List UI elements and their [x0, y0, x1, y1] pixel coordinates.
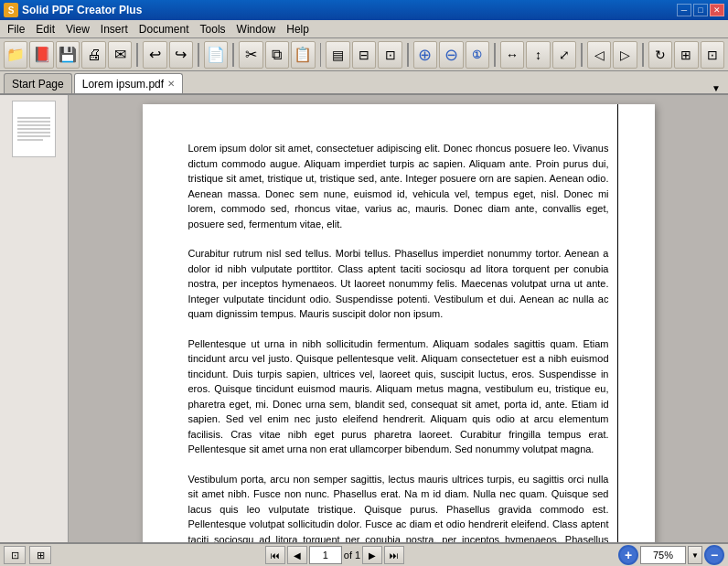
nav-prev-icon: ◁	[594, 48, 605, 62]
copy-button[interactable]	[265, 41, 289, 69]
save-button[interactable]	[56, 41, 80, 69]
menu-help[interactable]: Help	[281, 21, 315, 37]
rotate-icon: ↻	[655, 48, 666, 62]
sep7	[581, 43, 583, 67]
view-single-button[interactable]: ⊡	[4, 546, 26, 564]
email-icon	[114, 46, 126, 63]
zoom-in-button[interactable]: +	[618, 545, 638, 565]
pdf-button[interactable]	[204, 41, 228, 69]
fit-width-button[interactable]: ↔	[500, 41, 524, 69]
thumb-line	[17, 135, 50, 137]
menu-file[interactable]: File	[2, 21, 30, 37]
menu-edit[interactable]: Edit	[30, 21, 60, 37]
zoom-dropdown-button[interactable]: ▼	[688, 546, 702, 564]
fit-page-button[interactable]: ⤢	[552, 41, 576, 69]
nav-first-button[interactable]: ⏮	[265, 546, 285, 564]
fit-height-button[interactable]: ↕	[526, 41, 550, 69]
rotate-button[interactable]: ↻	[648, 41, 672, 69]
cols1-icon: ▤	[332, 48, 344, 62]
document-page: Lorem ipsum dolor sit amet, consectetuer…	[143, 104, 655, 542]
nav-last-button[interactable]: ⏭	[384, 546, 404, 564]
paragraph-2: Curabitur rutrum nisl sed tellus. Morbi …	[188, 246, 609, 322]
thumbnail-panel	[0, 95, 69, 542]
title-bar: S Solid PDF Creator Plus ─ □ ✕	[0, 0, 728, 20]
thumb-line	[17, 132, 50, 133]
tab-start-page[interactable]: Start Page	[4, 73, 72, 93]
zoomin-icon	[418, 45, 432, 65]
menu-tools[interactable]: Tools	[195, 21, 231, 37]
nav-next-button[interactable]: ▷	[613, 41, 637, 69]
fit-page-icon: ⤢	[559, 48, 570, 62]
sep3	[232, 43, 234, 67]
page-number-input[interactable]	[309, 546, 342, 564]
page-navigation: ⏮ ◀ of 1 ▶ ⏭	[55, 546, 615, 564]
page-thumbnail[interactable]	[12, 101, 56, 157]
fit-width-icon: ↔	[506, 48, 519, 62]
select-button[interactable]: ⊡	[701, 41, 724, 69]
zoom-input[interactable]	[640, 546, 686, 564]
grid-icon: ⊞	[680, 48, 691, 62]
save-icon	[59, 46, 77, 63]
menu-document[interactable]: Document	[134, 21, 195, 37]
menu-insert[interactable]: Insert	[95, 21, 134, 37]
cols2-button[interactable]: ⊟	[352, 41, 376, 69]
undo-icon	[149, 46, 161, 63]
thumb-line	[17, 121, 50, 123]
view-grid-button[interactable]: ⊞	[29, 546, 51, 564]
tab-dropdown-button[interactable]: ▼	[708, 83, 724, 93]
page-of-label: of 1	[344, 550, 360, 561]
undo-button[interactable]	[143, 41, 166, 69]
minimize-button[interactable]: ─	[677, 4, 691, 16]
tab-lorem-ipsum[interactable]: Lorem ipsum.pdf ✕	[74, 73, 183, 93]
paste-icon	[294, 46, 312, 63]
tab-close-button[interactable]: ✕	[167, 79, 175, 89]
zoomout-icon	[444, 45, 458, 65]
open-button[interactable]	[4, 41, 27, 69]
folder-icon	[6, 46, 25, 63]
new-pdf-button[interactable]	[29, 41, 53, 69]
thumb-line	[17, 124, 50, 126]
nav-next-button[interactable]: ▶	[362, 546, 382, 564]
menu-bar: File Edit View Insert Document Tools Win…	[0, 20, 728, 38]
close-button[interactable]: ✕	[710, 4, 724, 16]
fit-num-button[interactable]: ①	[466, 41, 489, 69]
thumb-line	[17, 128, 50, 130]
thumb-line	[17, 139, 43, 141]
menu-window[interactable]: Window	[231, 21, 282, 37]
email-button[interactable]	[108, 41, 132, 69]
pdf-icon	[207, 46, 225, 63]
document-area: Lorem ipsum dolor sit amet, consectetuer…	[69, 95, 728, 542]
zoomin-button[interactable]	[413, 41, 437, 69]
paste-button[interactable]	[291, 41, 315, 69]
redo-icon	[175, 46, 187, 63]
status-bar: ⊡ ⊞ ⏮ ◀ of 1 ▶ ⏭ + ▼ −	[0, 542, 728, 566]
view-single-icon: ⊡	[11, 550, 19, 561]
thumb-line	[17, 117, 50, 119]
cols3-button[interactable]: ⊡	[378, 41, 401, 69]
print-icon	[87, 47, 102, 63]
select-icon: ⊡	[707, 48, 718, 62]
cut-button[interactable]	[239, 41, 262, 69]
nav-prev-button[interactable]: ◀	[287, 546, 307, 564]
toolbar: ▤ ⊟ ⊡ ① ↔ ↕ ⤢ ◁ ▷ ↻ ⊞ ⊡	[0, 38, 728, 71]
cols2-icon: ⊟	[359, 48, 369, 62]
menu-view[interactable]: View	[60, 21, 95, 37]
fit-height-icon: ↕	[535, 48, 541, 62]
sep1	[136, 43, 138, 67]
paragraph-4: Vestibulum porta, arcu non semper sagitt…	[188, 472, 609, 543]
grid-button[interactable]: ⊞	[674, 41, 698, 69]
right-margin-line	[617, 104, 618, 542]
copy-icon	[272, 47, 282, 63]
sep6	[494, 43, 496, 67]
sep8	[642, 43, 644, 67]
paragraph-1: Lorem ipsum dolor sit amet, consectetuer…	[188, 141, 609, 231]
thumbnail-lines	[14, 112, 54, 146]
zoomout-button[interactable]	[439, 41, 463, 69]
redo-button[interactable]	[169, 41, 193, 69]
maximize-button[interactable]: □	[693, 4, 708, 16]
zoom-out-button[interactable]: −	[704, 545, 724, 565]
nav-prev-button[interactable]: ◁	[587, 41, 611, 69]
print-button[interactable]	[81, 41, 105, 69]
cols1-button[interactable]: ▤	[326, 41, 349, 69]
sep5	[407, 43, 409, 67]
